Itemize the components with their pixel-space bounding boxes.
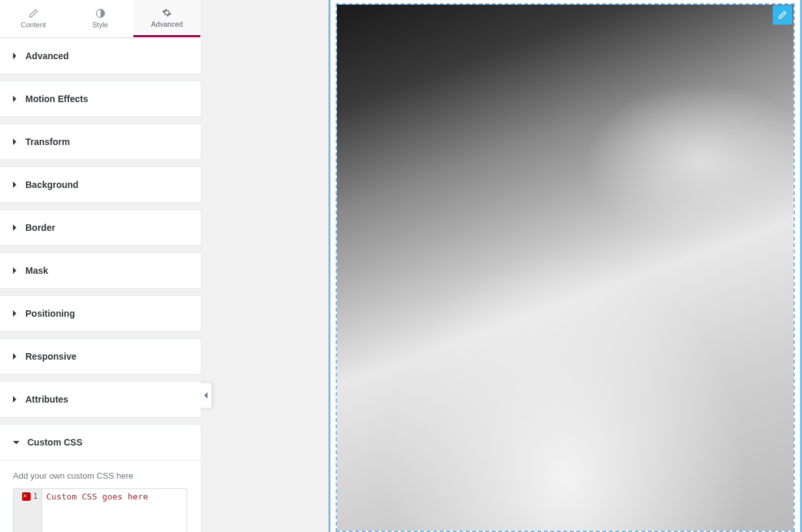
pencil-icon: [778, 10, 787, 20]
contrast-icon: [96, 8, 105, 18]
chevron-right-icon: [13, 181, 16, 188]
tab-content[interactable]: Content: [0, 0, 67, 37]
section-positioning: Positioning: [0, 295, 200, 332]
section-title: Mask: [25, 265, 48, 276]
gear-icon: [162, 8, 172, 18]
section-title: Attributes: [25, 394, 68, 405]
section-header-custom-css[interactable]: Custom CSS: [0, 425, 200, 460]
pencil-icon: [29, 8, 38, 18]
chevron-right-icon: [13, 139, 16, 145]
section-header-mask[interactable]: Mask: [0, 253, 200, 288]
tab-label: Content: [21, 21, 46, 29]
section-background: Background: [0, 166, 200, 203]
custom-css-help: Add your own custom CSS here: [13, 471, 187, 481]
section-attributes: Attributes: [0, 381, 200, 418]
chevron-right-icon: [13, 53, 16, 59]
selected-section-outline: [328, 0, 802, 532]
section-header-attributes[interactable]: Attributes: [0, 382, 200, 417]
section-responsive: Responsive: [0, 338, 200, 375]
chevron-right-icon: [13, 96, 16, 102]
tab-label: Style: [92, 21, 108, 29]
chevron-right-icon: [13, 353, 16, 360]
section-custom-css: Custom CSS Add your own custom CSS here …: [0, 424, 200, 532]
chevron-right-icon: [13, 267, 16, 274]
panels-container: Advanced Motion Effects Transform Backgr…: [0, 38, 200, 532]
preview-canvas: [328, 0, 802, 532]
section-header-background[interactable]: Background: [0, 167, 200, 202]
section-header-positioning[interactable]: Positioning: [0, 296, 200, 331]
section-border: Border: [0, 209, 200, 246]
section-advanced: Advanced: [0, 38, 200, 74]
section-motion-effects: Motion Effects: [0, 81, 200, 117]
tab-label: Advanced: [151, 20, 183, 28]
tab-style[interactable]: Style: [67, 0, 134, 37]
custom-css-editor[interactable]: 1 Custom CSS goes here: [13, 488, 187, 532]
section-title: Positioning: [25, 308, 75, 319]
line-number: 1: [33, 492, 38, 501]
chevron-right-icon: [13, 224, 16, 231]
section-header-advanced[interactable]: Advanced: [0, 38, 200, 73]
section-header-transform[interactable]: Transform: [0, 124, 200, 159]
code-gutter: 1: [14, 489, 42, 532]
code-textarea[interactable]: Custom CSS goes here: [42, 489, 187, 532]
image-widget[interactable]: [337, 5, 794, 531]
editor-sidebar: Content Style Advanced Advanced Motion E: [0, 0, 200, 532]
edit-element-button[interactable]: [773, 5, 792, 25]
section-title: Responsive: [25, 351, 77, 362]
sidebar-tabs: Content Style Advanced: [0, 0, 200, 38]
section-header-border[interactable]: Border: [0, 210, 200, 245]
section-title: Motion Effects: [25, 94, 88, 104]
section-mask: Mask: [0, 252, 200, 289]
chevron-right-icon: [13, 310, 16, 317]
section-title: Transform: [25, 137, 70, 147]
selected-element-outline[interactable]: [336, 3, 795, 532]
chevron-right-icon: [13, 396, 16, 403]
section-title: Border: [25, 222, 55, 233]
section-title: Custom CSS: [27, 437, 83, 447]
sidebar-collapse-button[interactable]: [200, 382, 212, 408]
error-icon: [22, 492, 31, 501]
tab-advanced[interactable]: Advanced: [133, 0, 200, 37]
section-header-motion-effects[interactable]: Motion Effects: [0, 81, 200, 116]
section-header-responsive[interactable]: Responsive: [0, 339, 200, 374]
section-title: Background: [25, 180, 79, 190]
chevron-down-icon: [13, 441, 20, 444]
section-title: Advanced: [25, 51, 69, 61]
section-transform: Transform: [0, 124, 200, 160]
custom-css-body: Add your own custom CSS here 1 Custom CS…: [0, 460, 200, 532]
